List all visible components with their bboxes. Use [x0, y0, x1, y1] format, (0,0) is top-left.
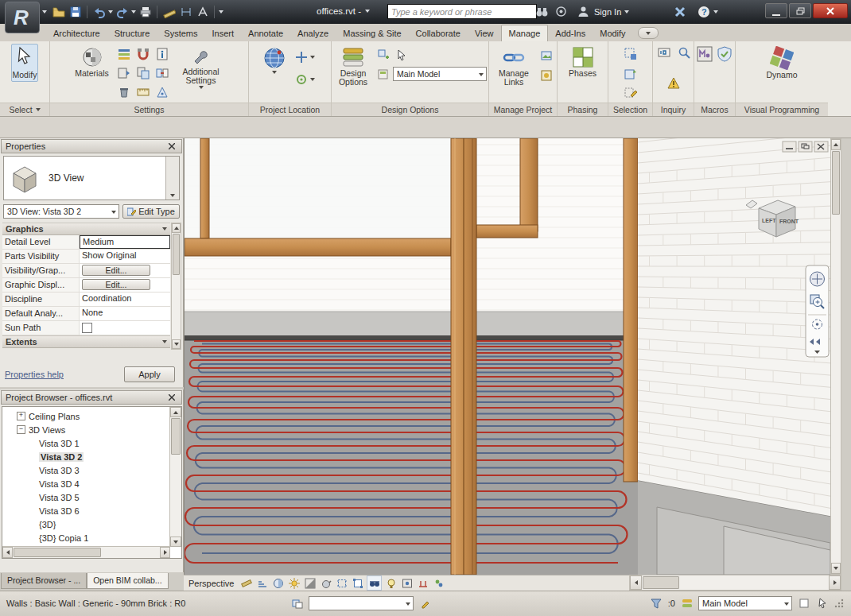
- properties-scrollbar[interactable]: [171, 223, 181, 350]
- apply-button[interactable]: Apply: [124, 366, 175, 382]
- tree-item-vista-3d-1[interactable]: Vista 3D 1: [2, 436, 169, 450]
- expand-icon[interactable]: +: [17, 412, 25, 420]
- edit-selection-icon[interactable]: [622, 83, 639, 101]
- filter-funnel-icon[interactable]: [650, 597, 663, 610]
- project-browser-header[interactable]: Project Browser - offices.rvt: [1, 390, 182, 405]
- phases-button[interactable]: Phases: [567, 44, 598, 80]
- manage-images-icon[interactable]: [538, 48, 554, 64]
- tab-manage[interactable]: Manage: [501, 25, 549, 41]
- rendering-dialog-icon[interactable]: [319, 576, 332, 590]
- design-options-button[interactable]: Design Options: [333, 44, 373, 89]
- tree-item-vista-3d-6[interactable]: Vista 3D 6: [2, 504, 169, 517]
- tree-item-vista-3d-3[interactable]: Vista 3D 3: [2, 463, 169, 477]
- select-by-id-icon[interactable]: [675, 44, 693, 61]
- document-title-caret-icon[interactable]: [365, 10, 370, 13]
- property-row[interactable]: DisciplineCoordination: [2, 293, 170, 307]
- section-graphics[interactable]: Graphics: [2, 223, 170, 235]
- scale-icon[interactable]: [239, 576, 253, 590]
- tab-massing-site[interactable]: Massing & Site: [336, 25, 408, 41]
- help-icon[interactable]: ?: [696, 4, 711, 19]
- print-icon[interactable]: [138, 4, 153, 19]
- type-selector[interactable]: 3D View: [3, 156, 180, 200]
- property-row[interactable]: Visibility/Grap...Edit...: [2, 264, 170, 278]
- tree-item-3d-default[interactable]: {3D}: [2, 517, 169, 531]
- exclude-options-icon[interactable]: [797, 597, 810, 610]
- shadows-icon[interactable]: [303, 576, 317, 590]
- view-vscrollbar[interactable]: [830, 138, 841, 575]
- section-extents[interactable]: Extents: [2, 335, 170, 348]
- visual-style-icon[interactable]: [271, 576, 285, 590]
- help-caret-icon[interactable]: [713, 10, 718, 14]
- design-options-status-icon[interactable]: [680, 597, 694, 610]
- project-information-icon[interactable]: [153, 45, 171, 63]
- warnings-icon[interactable]: [665, 75, 682, 92]
- macro-security-icon[interactable]: [716, 44, 733, 64]
- search-binoculars-icon[interactable]: [534, 4, 550, 19]
- perspective-label[interactable]: Perspective: [188, 579, 234, 588]
- sun-path-checkbox[interactable]: [82, 323, 92, 333]
- tab-annotate[interactable]: Annotate: [241, 25, 290, 41]
- save-selection-icon[interactable]: [622, 45, 639, 63]
- editable-only-icon[interactable]: [418, 597, 432, 610]
- sign-in-caret-icon[interactable]: [624, 10, 629, 14]
- app-menu-caret-icon[interactable]: [42, 10, 47, 14]
- redo-icon[interactable]: [115, 4, 130, 19]
- view-hscrollbar[interactable]: [629, 575, 841, 591]
- manage-links-button[interactable]: Manage Links: [492, 44, 536, 89]
- tab-modify[interactable]: Modify: [593, 25, 632, 41]
- undo-icon[interactable]: [91, 4, 107, 19]
- ids-of-selection-icon[interactable]: [655, 44, 673, 61]
- reveal-hidden-elements-icon[interactable]: [384, 576, 398, 590]
- redo-caret-icon[interactable]: [131, 10, 136, 14]
- viewcube-front-label[interactable]: FRONT: [779, 219, 799, 224]
- worksets-icon[interactable]: [290, 597, 304, 610]
- save-icon[interactable]: [68, 4, 83, 19]
- search-input[interactable]: [387, 4, 537, 19]
- aligned-dimension-icon[interactable]: [178, 4, 193, 19]
- scrollbar-thumb[interactable]: [173, 234, 180, 275]
- macro-manager-icon[interactable]: [696, 44, 713, 64]
- shared-parameters-icon[interactable]: [134, 64, 152, 82]
- browser-hscrollbar[interactable]: [2, 546, 170, 558]
- temporary-view-properties-icon[interactable]: [400, 576, 414, 590]
- design-option-select[interactable]: Main Model: [698, 596, 792, 610]
- view-filter-select[interactable]: 3D View: Vista 3D 2: [3, 204, 119, 219]
- close-icon[interactable]: [166, 141, 177, 152]
- scrollbar-thumb[interactable]: [14, 548, 101, 557]
- additional-settings-button[interactable]: Additional Settings: [175, 44, 227, 91]
- graphic-display-edit-button[interactable]: Edit...: [82, 279, 150, 290]
- transfer-project-standards-icon[interactable]: [153, 64, 171, 82]
- open-file-icon[interactable]: [51, 4, 66, 19]
- resize-grip-icon[interactable]: [834, 598, 845, 609]
- app-menu-button[interactable]: R: [5, 2, 40, 33]
- close-icon[interactable]: [166, 393, 177, 403]
- 3d-view-canvas[interactable]: LEFT FRONT: [185, 138, 830, 575]
- tree-item-3d-views[interactable]: −3D Views: [2, 423, 169, 436]
- tree-item-ceiling-plans[interactable]: +Ceiling Plans: [2, 409, 169, 423]
- properties-header[interactable]: Properties: [1, 139, 182, 153]
- property-row[interactable]: Parts VisibilityShow Original: [2, 250, 170, 264]
- project-units-icon[interactable]: [134, 83, 152, 101]
- qat-customize-caret-icon[interactable]: [219, 10, 223, 14]
- tab-collaborate[interactable]: Collaborate: [409, 25, 468, 41]
- tab-project-browser[interactable]: Project Browser - ...: [1, 573, 87, 589]
- sun-path-icon[interactable]: [287, 576, 301, 590]
- purge-unused-icon[interactable]: [115, 83, 133, 101]
- tab-structure[interactable]: Structure: [107, 25, 157, 41]
- property-row[interactable]: Detail LevelMedium: [2, 235, 170, 250]
- navigation-bar[interactable]: [806, 265, 829, 357]
- workset-select[interactable]: [309, 596, 414, 610]
- tree-item-3d-copia-1[interactable]: {3D} Copia 1: [2, 531, 169, 544]
- coordinates-icon[interactable]: [290, 48, 319, 66]
- property-row[interactable]: Sun Path: [2, 321, 170, 335]
- tab-systems[interactable]: Systems: [157, 25, 204, 41]
- collapse-icon[interactable]: −: [17, 425, 25, 434]
- decal-types-icon[interactable]: [538, 68, 554, 83]
- detail-level-icon[interactable]: [255, 576, 269, 590]
- tab-architecture[interactable]: Architecture: [46, 25, 107, 41]
- measure-icon[interactable]: [161, 4, 177, 19]
- view-window-controls[interactable]: [783, 141, 828, 152]
- tree-item-vista-3d-2[interactable]: Vista 3D 2: [2, 450, 169, 463]
- scrollbar-thumb[interactable]: [832, 151, 840, 215]
- tab-analyze[interactable]: Analyze: [290, 25, 336, 41]
